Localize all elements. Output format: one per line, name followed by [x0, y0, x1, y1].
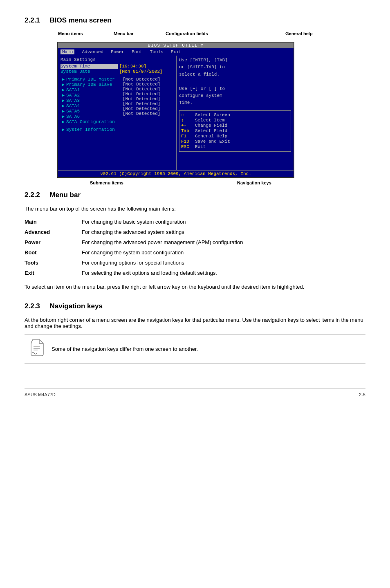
footer-left: ASUS M4A77D [25, 392, 56, 397]
menu-item-power-label: Power [25, 237, 82, 247]
menu-item-tools-desc: For configuring options for special func… [82, 258, 365, 268]
bios-col-labels: ▶ Primary IDE Master ▶ Primary IDE Slave… [61, 77, 121, 125]
section-221: 2.2.1 BIOS menu screen Menu items Menu b… [25, 16, 365, 191]
menu-item-advanced: Advanced For changing the advanced syste… [25, 227, 365, 237]
section-222: 2.2.2 Menu bar The menu bar on top of th… [25, 191, 365, 290]
bios-nav-select-screen: ↔ Select Screen [181, 112, 289, 117]
section-222-intro: The menu bar on top of the screen has th… [25, 206, 365, 212]
menu-item-boot-desc: For changing the system boot configurati… [82, 247, 365, 258]
bios-item-sata6: ▶ SATA6 [61, 114, 121, 119]
bios-nav-select-item: ↕ Select Item [181, 118, 289, 123]
bios-menu-power[interactable]: Power [111, 49, 124, 54]
label-menu-items: Menu items [58, 31, 83, 36]
bios-footer: v02.61 (C)Copyright 1985-2009, American … [58, 170, 294, 177]
bios-menubar: Main Advanced Power Boot Tools Exit [58, 48, 294, 56]
bios-menu-main[interactable]: Main [61, 49, 74, 54]
bios-value-system-time: [19:34:30] [119, 64, 146, 69]
bios-menu-exit[interactable]: Exit [171, 49, 182, 54]
note-icon [29, 339, 45, 359]
bios-help-line-4: Use [+] or [-] to [179, 86, 291, 92]
bios-value-system-date: [Mon 01/07/2002] [119, 69, 163, 74]
bios-diagram: Menu items Menu bar Configuration fields… [25, 31, 365, 191]
footer-right: 2-5 [359, 392, 365, 397]
bios-help-spacer [179, 79, 291, 85]
bios-item-primary-ide-master: ▶ Primary IDE Master [61, 77, 121, 82]
section-221-number: 2.2.1 [25, 16, 40, 24]
menu-item-advanced-label: Advanced [25, 227, 82, 237]
label-config-fields: Configuration fields [166, 31, 208, 36]
bios-item-sata2: ▶ SATA2 [61, 93, 121, 98]
label-navigation-keys: Navigation keys [237, 180, 271, 185]
section-223-heading: 2.2.3 Navigation keys [25, 302, 365, 310]
menu-item-exit-desc: For selecting the exit options and loadi… [82, 268, 365, 278]
menu-bar-table: Main For changing the basic system confi… [25, 217, 365, 278]
bios-label-system-time: System Time [61, 64, 118, 69]
bios-body: Main Settings System Time [19:34:30] Sys… [58, 56, 294, 170]
label-submenu-items: Submenu items [90, 180, 123, 185]
label-general-help: General help [285, 31, 313, 36]
menu-item-advanced-desc: For changing the advanced system setting… [82, 227, 365, 237]
diagram-top-labels: Menu items Menu bar Configuration fields… [25, 31, 365, 39]
bios-nav-change-field: +- Change Field [181, 123, 289, 128]
menu-item-tools: Tools For configuring options for specia… [25, 258, 365, 268]
menu-item-main-label: Main [25, 217, 82, 227]
note-box: Some of the navigation keys differ from … [25, 334, 365, 364]
section-223-intro: At the bottom right corner of a menu scr… [25, 317, 365, 329]
section-223: 2.2.3 Navigation keys At the bottom righ… [25, 302, 365, 364]
bios-nav-section: ↔ Select Screen ↕ Select Item +- Change … [179, 110, 291, 152]
menu-item-main: Main For changing the basic system confi… [25, 217, 365, 227]
bios-item-sata-config: ▶ SATA Configuration [61, 119, 121, 124]
menu-item-power-desc: For changing the advanced power manageme… [82, 237, 365, 247]
bios-item-primary-ide-slave: ▶ Primary IDE Slave [61, 82, 121, 87]
bios-nav-select-field: Tab Select Field [181, 128, 289, 133]
bios-screen: BIOS SETUP UTILITY Main Advanced Power B… [57, 42, 294, 178]
bios-item-system-info: ▶ System Information [61, 127, 174, 132]
label-menu-bar: Menu bar [114, 31, 134, 36]
bios-field-system-date: System Date [Mon 01/07/2002] [61, 69, 174, 74]
bios-menu-advanced[interactable]: Advanced [82, 49, 103, 54]
menu-item-boot: Boot For changing the system boot config… [25, 247, 365, 258]
section-222-number: 2.2.2 [25, 191, 40, 199]
bios-titlebar: BIOS SETUP UTILITY [58, 43, 294, 48]
bios-help-line-5: configure system [179, 93, 291, 99]
note-text: Some of the navigation keys differ from … [52, 346, 198, 352]
bios-item-sata5: ▶ SATA5 [61, 109, 121, 114]
bios-label-system-date: System Date [61, 69, 118, 74]
bios-nav-f10: F10 Save and Exit [181, 139, 289, 144]
bios-menu-tools[interactable]: Tools [150, 49, 164, 54]
menu-item-main-desc: For changing the basic system configurat… [82, 217, 365, 227]
menu-item-exit-label: Exit [25, 268, 82, 278]
bios-col-values: [Not Detected] [Not Detected] [Not Detec… [121, 77, 174, 125]
section-221-title: BIOS menu screen [49, 16, 111, 24]
bios-right-panel: Use [ENTER], [TAB] or [SHIFT-TAB] to sel… [177, 56, 294, 170]
menu-item-power: Power For changing the advanced power ma… [25, 237, 365, 247]
bios-help-line-6: Time. [179, 100, 291, 106]
diagram-bottom-labels: Submenu items Navigation keys [57, 180, 365, 191]
bios-item-sata4: ▶ SATA4 [61, 103, 121, 108]
page-footer: ASUS M4A77D 2-5 [25, 388, 365, 397]
section-222-heading: 2.2.2 Menu bar [25, 191, 365, 199]
bios-help-line-1: Use [ENTER], [TAB] [179, 57, 291, 63]
section-223-number: 2.2.3 [25, 302, 40, 310]
bios-nav-f1: F1 General Help [181, 134, 289, 139]
bios-item-sata3: ▶ SATA3 [61, 98, 121, 103]
bios-left-panel: Main Settings System Time [19:34:30] Sys… [58, 56, 177, 170]
bios-menu-boot[interactable]: Boot [132, 49, 142, 54]
menu-item-tools-label: Tools [25, 258, 82, 268]
section-221-heading: 2.2.1 BIOS menu screen [25, 16, 365, 25]
bios-items-block: ▶ Primary IDE Master ▶ Primary IDE Slave… [61, 77, 174, 125]
bios-nav-esc: ESC Exit [181, 144, 289, 149]
bios-field-system-time: System Time [19:34:30] [61, 64, 174, 69]
bios-help-line-2: or [SHIFT-TAB] to [179, 64, 291, 70]
bios-item-sata1: ▶ SATA1 [61, 88, 121, 92]
menu-item-boot-label: Boot [25, 247, 82, 258]
bios-help-line-3: select a field. [179, 72, 291, 78]
menu-item-exit: Exit For selecting the exit options and … [25, 268, 365, 278]
section-222-note: To select an item on the menu bar, press… [25, 284, 365, 290]
page-content: 2.2.1 BIOS menu screen Menu items Menu b… [25, 16, 365, 397]
section-222-title: Menu bar [49, 191, 81, 199]
bios-section-title: Main Settings [61, 57, 174, 62]
section-223-title: Navigation keys [49, 302, 102, 310]
